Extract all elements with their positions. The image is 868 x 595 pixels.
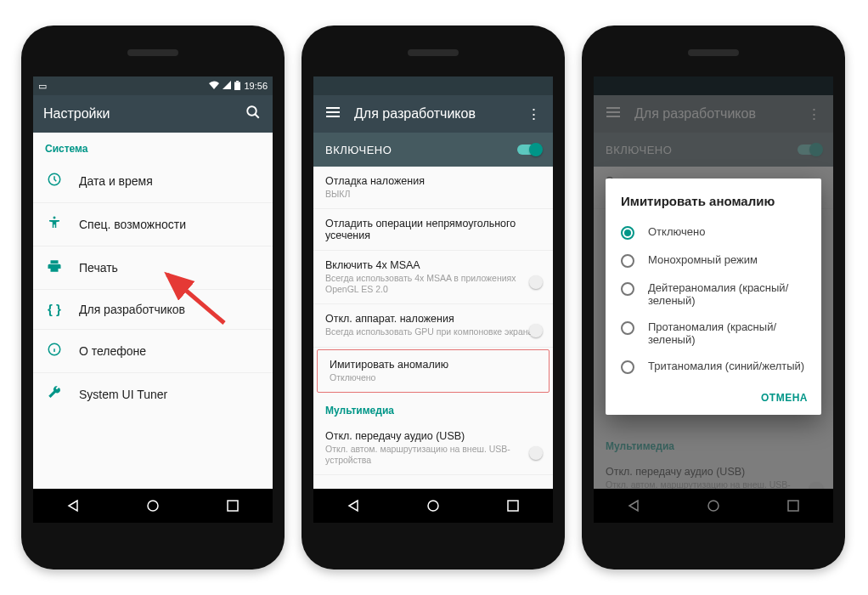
phone-speaker: [688, 49, 739, 56]
print-icon: [45, 258, 64, 277]
settings-item-2[interactable]: Печать: [33, 246, 273, 290]
master-toggle-label: ВКЛЮЧЕНО: [325, 144, 392, 156]
dialog-option-label: Протаномалия (красный/зеленый): [648, 320, 806, 346]
statusbar: [313, 76, 553, 95]
info-icon: [45, 342, 64, 360]
dialog-option-label: Тританомалия (синий/желтый): [648, 360, 804, 372]
dialog-option-1[interactable]: Монохромный режим: [606, 246, 821, 275]
screen: Для разработчиков ⋮ ВКЛЮЧЕНО Отладка нал…: [594, 76, 833, 523]
dev-item-primary: Откл. аппарат. наложения: [325, 313, 541, 325]
clock-icon: [45, 172, 64, 190]
clock-time: 19:56: [244, 81, 268, 91]
phone-settings: ▭ 19:56 Настройки Система Дата и времяСп…: [21, 26, 285, 570]
dialog-option-4[interactable]: Тританомалия (синий/желтый): [606, 353, 821, 381]
phone-developer-options: Для разработчиков ⋮ ВКЛЮЧЕНО Отладка нал…: [302, 26, 565, 570]
overflow-icon[interactable]: ⋮: [524, 105, 543, 123]
simulate-anomaly-dialog: Имитировать аномалию ОтключеноМонохромны…: [606, 178, 821, 415]
radio-unselected-icon: [621, 360, 634, 374]
settings-item-5[interactable]: System UI Tuner: [33, 373, 273, 416]
content: Система Дата и времяСпец. возможностиПеч…: [33, 133, 273, 489]
dialog-option-3[interactable]: Протаномалия (красный/зеленый): [606, 314, 821, 353]
page-title: Настройки: [43, 106, 244, 122]
dev-item-primary: Отладить операции непрямоугольного усече…: [325, 218, 541, 241]
nav-recent[interactable]: [504, 496, 522, 515]
nav-recent[interactable]: [223, 496, 242, 515]
dev-item-secondary: Отключено: [330, 372, 537, 383]
nav-back[interactable]: [64, 496, 82, 515]
settings-item-1[interactable]: Спец. возможности: [33, 203, 273, 246]
appbar: Для разработчиков ⋮: [313, 95, 553, 133]
dev-item-1[interactable]: Отладить операции непрямоугольного усече…: [313, 209, 553, 251]
dialog-option-label: Дейтераномалия (красный/зеленый): [648, 281, 806, 307]
section-system: Система: [33, 133, 273, 160]
svg-point-2: [247, 106, 256, 116]
svg-line-3: [255, 114, 259, 118]
braces-icon: { }: [45, 302, 64, 317]
dev-item-primary: Включить 4x MSAA: [325, 259, 541, 271]
dialog-title: Имитировать аномалию: [606, 194, 821, 218]
menu-icon[interactable]: [324, 105, 342, 122]
navbar: [313, 489, 553, 523]
statusbar: ▭ 19:56: [33, 76, 273, 95]
dev-item-secondary: Всегда использовать GPU при компоновке э…: [325, 326, 541, 337]
dev-item-4[interactable]: Имитировать аномалиюОтключено: [317, 349, 550, 393]
dev-item-0[interactable]: Отладка наложенияВЫКЛ: [313, 167, 553, 209]
radio-unselected-icon: [621, 282, 634, 296]
settings-item-label: Дата и время: [79, 174, 153, 188]
wifi-icon: [209, 81, 219, 91]
cancel-button[interactable]: ОТМЕНА: [761, 392, 808, 404]
dev2-item-0[interactable]: Откл. передачу аудио (USB)Откл. автом. м…: [313, 422, 553, 475]
nav-back[interactable]: [344, 496, 363, 515]
settings-item-4[interactable]: О телефоне: [33, 330, 273, 373]
dev-item-secondary: ВЫКЛ: [325, 189, 541, 200]
settings-item-label: Печать: [79, 261, 118, 275]
navbar: [33, 489, 273, 523]
radio-unselected-icon: [621, 254, 634, 268]
dev-item-secondary: Всегда использовать 4x MSAA в приложения…: [325, 273, 541, 295]
settings-item-3[interactable]: { }Для разработчиков: [33, 290, 273, 330]
dev-item-3[interactable]: Откл. аппарат. наложенияВсегда использов…: [313, 304, 553, 347]
dev-item-secondary: Откл. автом. маршрутизацию на внеш. USB-…: [325, 444, 541, 466]
phone-speaker: [127, 49, 178, 56]
pointer-arrow: [161, 268, 228, 327]
dialog-option-label: Монохромный режим: [648, 253, 758, 266]
settings-item-0[interactable]: Дата и время: [33, 160, 273, 203]
radio-unselected-icon: [621, 321, 634, 335]
svg-rect-1: [234, 82, 240, 90]
section-multimedia: Мультимедиа: [313, 394, 553, 422]
settings-item-label: Спец. возможности: [79, 218, 186, 231]
svg-rect-16: [508, 501, 518, 511]
dialog-option-2[interactable]: Дейтераномалия (красный/зеленый): [606, 275, 821, 314]
radio-selected-icon: [621, 226, 634, 240]
svg-rect-0: [236, 81, 239, 82]
page-title: Для разработчиков: [354, 106, 524, 122]
appbar: Настройки: [33, 95, 273, 133]
dev-item-primary: Имитировать аномалию: [330, 359, 537, 371]
dev-item-primary: Откл. передачу аудио (USB): [325, 430, 541, 442]
svg-point-10: [148, 501, 158, 511]
notification-icon: ▭: [38, 81, 47, 92]
svg-point-15: [428, 501, 438, 511]
dev-item-2[interactable]: Включить 4x MSAAВсегда использовать 4x M…: [313, 251, 553, 304]
battery-icon: [234, 81, 240, 92]
master-toggle[interactable]: [517, 144, 541, 155]
nav-home[interactable]: [424, 496, 442, 515]
phone-speaker: [408, 49, 459, 56]
settings-item-label: System UI Tuner: [79, 388, 167, 401]
wrench-icon: [45, 385, 64, 404]
svg-line-9: [167, 275, 224, 323]
dialog-option-0[interactable]: Отключено: [606, 218, 821, 246]
svg-point-5: [54, 217, 56, 219]
dialog-option-label: Отключено: [648, 225, 705, 238]
signal-icon: [223, 81, 231, 91]
svg-rect-11: [228, 501, 238, 511]
screen: ▭ 19:56 Настройки Система Дата и времяСп…: [33, 76, 273, 523]
dev-item-primary: Отладка наложения: [325, 175, 541, 187]
subbar: ВКЛЮЧЕНО: [313, 133, 553, 167]
settings-item-label: О телефоне: [79, 344, 146, 358]
search-icon[interactable]: [244, 105, 262, 124]
phone-dialog: Для разработчиков ⋮ ВКЛЮЧЕНО Отладка нал…: [582, 26, 845, 570]
content: Отладка наложенияВЫКЛОтладить операции н…: [313, 167, 553, 489]
accessibility-icon: [45, 215, 64, 234]
nav-home[interactable]: [144, 496, 162, 515]
